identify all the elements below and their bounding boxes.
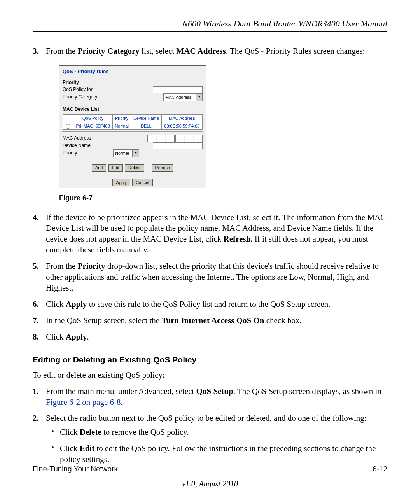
step-8: 8. Click Apply. — [46, 332, 387, 343]
text: Click — [60, 444, 80, 453]
select-value: MAC Address — [165, 94, 196, 100]
edit-step-2: 2. Select the radio button next to the Q… — [46, 413, 387, 465]
step-3: 3. From the Priority Category list, sele… — [46, 46, 387, 203]
col-radio — [63, 115, 74, 122]
separator — [62, 175, 203, 175]
step-num: 6. — [33, 299, 39, 310]
bullet-list: Click Delete to remove the QoS policy. C… — [46, 427, 387, 465]
mac-seg-5[interactable] — [185, 135, 193, 142]
bold: Apply — [66, 332, 87, 341]
refresh-button[interactable]: Refresh — [152, 164, 174, 172]
text: Click — [46, 332, 66, 341]
text: . The QoS Setup screen displays, as show… — [233, 387, 382, 396]
separator — [62, 131, 203, 132]
mac-seg-3[interactable] — [166, 135, 175, 142]
footer-chapter: Fine-Tuning Your Network — [33, 465, 118, 473]
text: check box. — [264, 316, 302, 325]
qos-policy-for-input[interactable] — [153, 86, 203, 93]
mac-seg-2[interactable] — [157, 135, 165, 142]
chevron-down-icon: ▾ — [196, 94, 202, 101]
priority-category-label: Priority Category — [63, 94, 113, 100]
cell-device: DELL — [131, 122, 161, 130]
cell-mac: 00:0D:56:59:F4:08 — [161, 122, 202, 130]
footer-version: v1.0, August 2010 — [33, 480, 387, 488]
cross-ref-link[interactable]: Figure 6-2 on page 6-8 — [46, 397, 121, 407]
chevron-down-icon: ▾ — [132, 150, 139, 157]
page: N600 Wireless Dual Band Router WNDR3400 … — [0, 0, 420, 504]
add-button[interactable]: Add — [92, 164, 107, 172]
priority-select[interactable]: Normal ▾ — [113, 149, 139, 157]
qos-policy-for-label: QoS Policy for — [63, 87, 113, 93]
content: 3. From the Priority Category list, sele… — [33, 46, 387, 465]
text: From the main menu, under Advanced, sele… — [46, 387, 196, 396]
step-4: 4. If the device to be prioritized appea… — [46, 212, 387, 256]
priority-select-label: Priority — [63, 150, 113, 156]
device-name-row: Device Name — [63, 142, 203, 149]
mac-address-label: MAC Address — [63, 135, 113, 142]
text: In the QoS Setup screen, select the — [46, 316, 161, 325]
col-priority: Priority — [113, 115, 131, 122]
separator — [62, 104, 203, 104]
row-radio[interactable] — [63, 122, 74, 130]
edit-step-1: 1. From the main menu, under Advanced, s… — [46, 386, 387, 408]
priority-category-select[interactable]: MAC Address ▾ — [163, 93, 203, 101]
bold: Turn Internet Access QoS On — [161, 316, 264, 325]
edit-steps-list: 1. From the main menu, under Advanced, s… — [33, 386, 387, 466]
bold: Refresh — [224, 234, 251, 243]
row-buttons-2: Apply Cancel — [60, 177, 206, 188]
text: to edit the QoS policy. Follow the instr… — [60, 444, 376, 464]
page-header: N600 Wireless Dual Band Router WNDR3400 … — [33, 19, 387, 32]
step-num: 7. — [33, 315, 39, 326]
step-num: 8. — [33, 332, 39, 343]
mac-address-inputs — [147, 135, 203, 142]
table-header-row: QoS Policy Priority Device Name MAC Addr… — [63, 115, 203, 122]
bold: Edit — [80, 444, 95, 453]
cancel-button[interactable]: Cancel — [132, 179, 152, 186]
radio-icon — [66, 124, 70, 129]
step-5: 5. From the Priority drop-down list, sel… — [46, 261, 387, 294]
text: Click — [60, 427, 80, 437]
step-num: 5. — [33, 261, 39, 272]
footer-page-number: 6-12 — [373, 465, 387, 473]
step-num: 1. — [33, 386, 39, 397]
mac-seg-4[interactable] — [175, 135, 184, 142]
bold: Delete — [80, 427, 102, 437]
cell-policy: Pri_MAC_59F408 — [74, 122, 113, 130]
priority-heading: Priority — [63, 80, 203, 86]
mac-device-list-label: MAC Device List — [63, 107, 203, 113]
text: list, select — [140, 46, 176, 56]
cell-priority: Normal — [113, 122, 131, 130]
mac-device-list-section: MAC Device List — [60, 106, 206, 114]
step-7: 7. In the QoS Setup screen, select the T… — [46, 315, 387, 326]
mac-device-table: QoS Policy Priority Device Name MAC Addr… — [63, 114, 203, 130]
page-footer: Fine-Tuning Your Network 6-12 v1.0, Augu… — [33, 462, 387, 488]
mac-seg-6[interactable] — [194, 135, 203, 142]
section-heading: Editing or Deleting an Existing QoS Poli… — [33, 354, 387, 365]
text: Select the radio button next to the QoS … — [46, 413, 367, 423]
bold: Priority — [78, 261, 105, 271]
text: . — [87, 332, 89, 341]
delete-button[interactable]: Delete — [125, 164, 144, 172]
figure-title: QoS - Priority rules — [60, 66, 206, 75]
steps-list: 3. From the Priority Category list, sele… — [33, 46, 387, 343]
bold: Priority Category — [78, 46, 140, 56]
footer-line: Fine-Tuning Your Network 6-12 — [33, 462, 387, 473]
qos-policy-for-row: QoS Policy for — [63, 86, 203, 93]
separator — [62, 77, 203, 77]
device-name-input[interactable] — [153, 142, 203, 149]
section-intro: To edit or delete an existing QoS policy… — [33, 370, 387, 381]
col-mac-address: MAC Address — [161, 115, 202, 122]
apply-button[interactable]: Apply — [112, 179, 130, 186]
bullet-delete: Click Delete to remove the QoS policy. — [60, 427, 387, 438]
figure-wrap: QoS - Priority rules Priority QoS Policy… — [59, 65, 387, 188]
manual-title: N600 Wireless Dual Band Router WNDR3400 … — [182, 19, 387, 28]
priority-section: Priority QoS Policy for Priority Categor… — [60, 79, 206, 102]
bold: QoS Setup — [196, 387, 233, 396]
table-row[interactable]: Pri_MAC_59F408 Normal DELL 00:0D:56:59:F… — [63, 122, 203, 130]
mac-seg-1[interactable] — [147, 135, 156, 142]
edit-button[interactable]: Edit — [108, 164, 123, 172]
text: . — [121, 397, 122, 407]
text: to save this rule to the QoS Policy list… — [87, 299, 331, 309]
priority-select-row: Priority Normal ▾ — [63, 149, 203, 157]
row-buttons-1: Add Edit Delete Refresh — [60, 162, 206, 173]
